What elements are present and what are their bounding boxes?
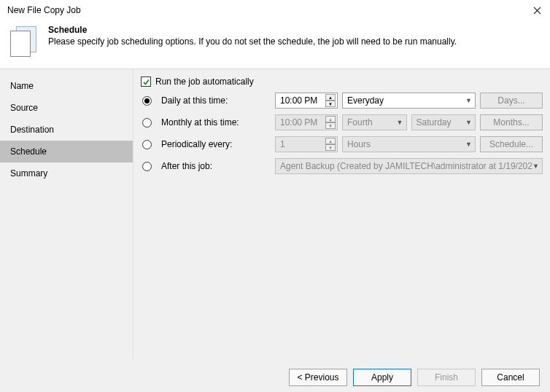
sidebar-item-summary[interactable]: Summary [0,162,133,184]
apply-button[interactable]: Apply [353,369,411,386]
sidebar-item-source[interactable]: Source [0,97,133,119]
file-copy-icon [9,25,38,58]
months-button: Months... [480,114,543,130]
previous-button[interactable]: < Previous [289,369,347,386]
days-button: Days... [480,93,543,109]
close-icon[interactable] [530,3,544,17]
daily-time-input[interactable]: 10:00 PM ▲▼ [275,93,338,109]
wizard-footer: < Previous Apply Finish Cancel [0,358,550,392]
sidebar-item-destination[interactable]: Destination [0,119,133,141]
chevron-down-icon: ▼ [465,141,472,148]
cancel-button[interactable]: Cancel [481,369,540,386]
finish-button: Finish [417,369,476,386]
monthly-time-input: 10:00 PM ▲▼ [275,114,338,130]
daily-frequency-combo[interactable]: Everyday ▼ [342,93,476,109]
radio-monthly[interactable] [142,118,152,128]
page-subtitle: Please specify job scheduling options. I… [48,36,457,47]
radio-daily[interactable] [142,96,152,106]
spinner-icon[interactable]: ▲▼ [325,94,336,107]
window-title: New File Copy Job [7,5,81,15]
sidebar-item-schedule[interactable]: Schedule [0,141,133,162]
chevron-down-icon: ▼ [532,162,539,170]
run-auto-row: Run the job automatically [138,77,543,87]
run-auto-label: Run the job automatically [155,77,254,87]
periodic-value-input: 1 ▲▼ [275,136,338,152]
schedule-button: Schedule... [480,136,543,152]
periodic-unit-combo: Hours ▼ [342,136,476,152]
wizard-header: Schedule Please specify job scheduling o… [0,20,550,68]
wizard-sidebar: Name Source Destination Schedule Summary [0,69,133,358]
after-label: After this job: [161,161,271,171]
chevron-down-icon: ▼ [397,119,403,126]
sidebar-item-name[interactable]: Name [0,75,133,97]
run-auto-checkbox[interactable] [141,77,151,87]
page-title: Schedule [48,25,457,35]
monthly-ordinal-combo: Fourth ▼ [342,114,407,130]
spinner-icon: ▲▼ [325,116,336,129]
daily-label: Daily at this time: [161,95,271,106]
chevron-down-icon: ▼ [465,119,472,126]
radio-after[interactable] [142,162,152,171]
titlebar: New File Copy Job [0,0,550,20]
monthly-label: Monthly at this time: [161,117,271,128]
spinner-icon: ▲▼ [325,138,336,151]
chevron-down-icon: ▼ [465,97,472,104]
radio-periodic[interactable] [142,140,152,149]
monthly-day-combo: Saturday ▼ [411,114,476,130]
after-job-combo: Agent Backup (Created by JAMILTECH\admin… [275,158,543,174]
periodic-label: Periodically every: [161,139,271,149]
content-pane: Run the job automatically Daily at this … [133,69,550,358]
